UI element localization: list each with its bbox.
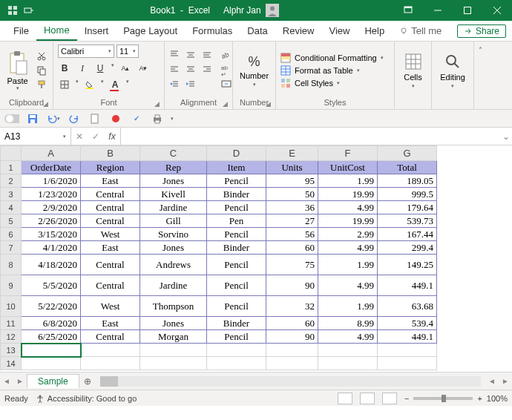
row-header-4[interactable]: 4 bbox=[1, 201, 22, 214]
row-header-2[interactable]: 2 bbox=[1, 174, 22, 188]
format-painter-button[interactable] bbox=[35, 79, 48, 91]
underline-button[interactable]: U bbox=[93, 62, 107, 74]
font-launcher[interactable]: ◢ bbox=[154, 100, 160, 108]
italic-button[interactable]: I bbox=[76, 62, 89, 74]
data-cell[interactable]: 539.4 bbox=[378, 317, 437, 330]
data-cell[interactable]: 1.99 bbox=[318, 296, 378, 317]
decrease-indent-button[interactable] bbox=[169, 79, 183, 91]
header-cell[interactable]: Region bbox=[81, 161, 140, 174]
border-button[interactable] bbox=[58, 79, 71, 91]
column-header-F[interactable]: F bbox=[318, 146, 378, 161]
empty-cell[interactable] bbox=[22, 344, 81, 357]
select-all-cell[interactable] bbox=[1, 146, 22, 161]
print-preview-button[interactable] bbox=[150, 111, 165, 126]
zoom-slider[interactable] bbox=[413, 397, 473, 400]
app-menu-icon[interactable] bbox=[6, 4, 19, 17]
data-cell[interactable]: 179.64 bbox=[378, 201, 437, 214]
ribbon-options-icon[interactable] bbox=[393, 0, 423, 21]
tab-formulas[interactable]: Formulas bbox=[185, 21, 240, 41]
data-cell[interactable]: Pencil bbox=[207, 330, 266, 344]
tab-page-layout[interactable]: Page Layout bbox=[116, 21, 185, 41]
sheet-tab-sample[interactable]: Sample bbox=[27, 374, 79, 388]
new-button[interactable] bbox=[88, 111, 102, 126]
tab-scroll-right[interactable]: ► bbox=[13, 377, 27, 385]
data-cell[interactable]: 2/9/2020 bbox=[22, 201, 81, 214]
share-button[interactable]: Share bbox=[457, 24, 506, 38]
empty-cell[interactable] bbox=[378, 344, 437, 357]
empty-cell[interactable] bbox=[207, 344, 266, 357]
data-cell[interactable]: West bbox=[81, 296, 140, 317]
tellme-button[interactable]: Tell me bbox=[392, 21, 449, 41]
empty-cell[interactable] bbox=[318, 357, 378, 370]
data-cell[interactable]: 4.99 bbox=[318, 330, 378, 344]
data-cell[interactable]: Pencil bbox=[207, 174, 266, 188]
align-center-button[interactable] bbox=[186, 65, 199, 76]
data-cell[interactable]: East bbox=[81, 241, 140, 255]
empty-cell[interactable] bbox=[266, 357, 318, 370]
data-cell[interactable]: Jardine bbox=[140, 201, 207, 214]
empty-cell[interactable] bbox=[378, 357, 437, 370]
tab-scroll-left[interactable]: ◄ bbox=[0, 377, 13, 385]
data-cell[interactable]: 4/18/2020 bbox=[22, 255, 81, 275]
spreadsheet-grid[interactable]: ABCDEFG1OrderDateRegionRepItemUnitsUnitC… bbox=[0, 145, 512, 372]
data-cell[interactable]: 90 bbox=[266, 330, 318, 344]
row-header-9[interactable]: 9 bbox=[1, 275, 22, 296]
window-minimize-button[interactable] bbox=[423, 0, 453, 21]
tab-home[interactable]: Home bbox=[36, 21, 77, 41]
header-cell[interactable]: Units bbox=[266, 161, 318, 174]
header-cell[interactable]: UnitCost bbox=[318, 161, 378, 174]
collapse-ribbon-button[interactable]: ˄ bbox=[473, 42, 487, 109]
zoom-level[interactable]: 100% bbox=[487, 394, 508, 403]
font-name-select[interactable]: Calibri▾ bbox=[58, 45, 114, 58]
data-cell[interactable]: Binder bbox=[207, 317, 266, 330]
empty-cell[interactable] bbox=[318, 344, 378, 357]
data-cell[interactable]: 149.25 bbox=[378, 255, 437, 275]
undo-button[interactable]: ▾ bbox=[46, 111, 61, 126]
data-cell[interactable]: Binder bbox=[207, 241, 266, 255]
data-cell[interactable]: Jones bbox=[140, 174, 207, 188]
data-cell[interactable]: 1/6/2020 bbox=[22, 174, 81, 188]
row-header-5[interactable]: 5 bbox=[1, 214, 22, 228]
number-format-button[interactable]: % Number ▾ bbox=[240, 54, 269, 88]
data-cell[interactable]: 27 bbox=[266, 214, 318, 228]
cut-button[interactable] bbox=[35, 50, 48, 62]
save-button[interactable] bbox=[25, 111, 40, 126]
data-cell[interactable]: Pen bbox=[207, 214, 266, 228]
data-cell[interactable]: Gill bbox=[140, 214, 207, 228]
data-cell[interactable]: Andrews bbox=[140, 255, 207, 275]
format-as-table-button[interactable]: Format as Table▾ bbox=[280, 65, 384, 76]
data-cell[interactable]: Sorvino bbox=[140, 228, 207, 241]
data-cell[interactable]: Kivell bbox=[140, 188, 207, 201]
tab-review[interactable]: Review bbox=[275, 21, 322, 41]
data-cell[interactable]: Central bbox=[81, 275, 140, 296]
data-cell[interactable]: 449.1 bbox=[378, 330, 437, 344]
conditional-formatting-button[interactable]: Conditional Formatting▾ bbox=[280, 53, 384, 63]
data-cell[interactable]: 19.99 bbox=[318, 188, 378, 201]
data-cell[interactable]: 4.99 bbox=[318, 241, 378, 255]
font-size-select[interactable]: 11▾ bbox=[116, 45, 139, 58]
increase-font-button[interactable]: A▴ bbox=[119, 62, 132, 74]
column-header-D[interactable]: D bbox=[207, 146, 266, 161]
align-left-button[interactable] bbox=[169, 65, 183, 76]
data-cell[interactable]: East bbox=[81, 317, 140, 330]
data-cell[interactable]: Binder bbox=[207, 188, 266, 201]
data-cell[interactable]: 2/26/2020 bbox=[22, 214, 81, 228]
view-normal-button[interactable] bbox=[338, 393, 352, 404]
accessibility-status[interactable]: Accessibility: Good to go bbox=[36, 394, 137, 403]
column-header-G[interactable]: G bbox=[378, 146, 437, 161]
qat-customize-button[interactable]: ▾ bbox=[171, 116, 174, 122]
data-cell[interactable]: Central bbox=[81, 201, 140, 214]
data-cell[interactable]: 63.68 bbox=[378, 296, 437, 317]
data-cell[interactable]: 1/23/2020 bbox=[22, 188, 81, 201]
clipboard-launcher[interactable]: ◢ bbox=[43, 100, 48, 108]
data-cell[interactable]: 6/8/2020 bbox=[22, 317, 81, 330]
data-cell[interactable]: 19.99 bbox=[318, 214, 378, 228]
spellcheck-button[interactable]: ✓ bbox=[129, 111, 144, 126]
column-header-B[interactable]: B bbox=[81, 146, 140, 161]
align-middle-button[interactable] bbox=[186, 50, 199, 62]
tab-help[interactable]: Help bbox=[357, 21, 392, 41]
data-cell[interactable]: 299.4 bbox=[378, 241, 437, 255]
fill-color-button[interactable] bbox=[83, 79, 96, 91]
expand-formula-button[interactable]: ⌄ bbox=[500, 128, 512, 145]
header-cell[interactable]: Total bbox=[378, 161, 437, 174]
